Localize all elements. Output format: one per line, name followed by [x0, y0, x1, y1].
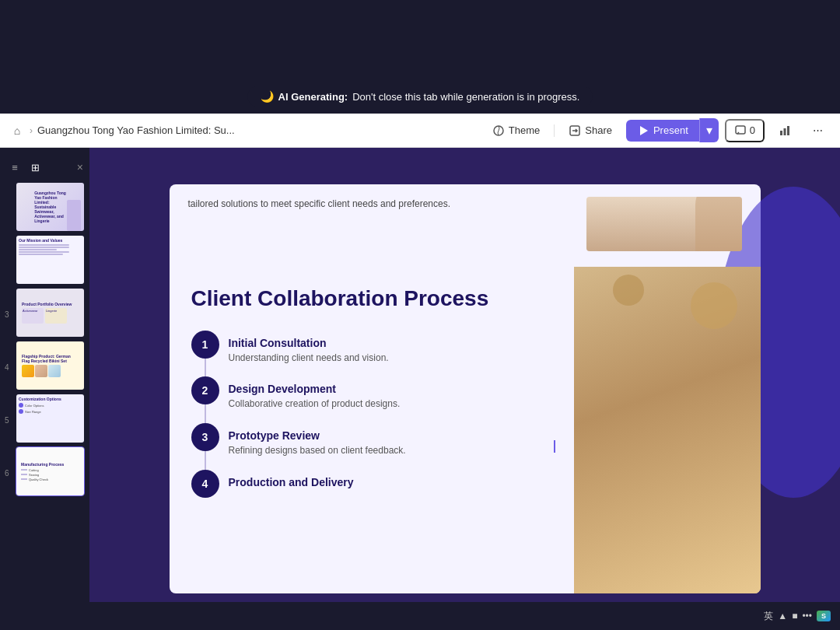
taskbar-icon[interactable]: ▲ [778, 611, 787, 621]
comment-icon [734, 124, 747, 137]
slide-number: 3 [5, 288, 16, 338]
taskbar-icon[interactable]: ■ [792, 611, 797, 621]
ai-generating-banner: 🌙 AI Generating: Don't close this tab wh… [248, 86, 593, 107]
present-group: Present ▾ [626, 118, 719, 142]
process-connector [205, 359, 206, 377]
top-dark-area: ⌂ › Guangzhou Tong Yao Fashion Limited: … [0, 0, 840, 148]
process-step: 4 Production and Delivery [191, 470, 558, 503]
sidebar-header: ≡ ⊞ × [0, 154, 89, 182]
slide-main: Client Collaboration Process 1 Initial C… [170, 267, 761, 593]
breadcrumb-text: Guangzhou Tong Yao Fashion Limited: Su..… [37, 124, 235, 136]
process-number: 1 [191, 331, 219, 359]
play-icon [637, 124, 649, 137]
slide-number [5, 235, 16, 285]
image-decoration [695, 197, 742, 251]
more-button[interactable]: ⋯ [805, 121, 831, 140]
process-step: 3 Prototype Review Refining designs base… [191, 423, 558, 470]
theme-button[interactable]: Theme [485, 121, 548, 141]
slide-wrapper: tailored solutions to meet specific clie… [170, 184, 761, 593]
svg-rect-5 [784, 128, 786, 135]
slide-thumbnail[interactable]: Our Mission and Values [16, 235, 85, 285]
process-content: Prototype Review Refining designs based … [229, 423, 558, 470]
slide-number: 5 [5, 394, 16, 443]
svg-rect-3 [736, 126, 745, 134]
decor-circle [691, 282, 737, 329]
moon-icon: 🌙 [261, 90, 274, 103]
slide-item[interactable]: 4 Flagship Product: German Flag Recycled… [0, 341, 89, 390]
slide-item[interactable]: 5 Customization Options Color Options Si… [0, 394, 89, 443]
process-connector [205, 404, 206, 423]
breadcrumb-separator: › [30, 125, 33, 136]
sidebar-list-view[interactable]: ≡ [6, 159, 23, 176]
process-step-desc: Refining designs based on client feedbac… [229, 444, 558, 457]
theme-label: Theme [509, 124, 540, 136]
process-number: 3 [191, 423, 219, 451]
comments-button[interactable]: 0 [725, 119, 765, 142]
process-number: 2 [191, 376, 219, 404]
share-icon [569, 124, 581, 137]
sidebar-close-button[interactable]: × [77, 161, 83, 173]
slide-thumbnail-active[interactable]: Manufacturing Process Cutting Sewing Qua… [16, 446, 85, 496]
main-area: ≡ ⊞ × Guangzhou TongYao FashionLimited:S… [0, 148, 840, 630]
taskbar-icon[interactable]: ••• [802, 611, 812, 621]
slide-left-content: Client Collaboration Process 1 Initial C… [170, 267, 574, 593]
ai-generating-desc: Don't close this tab while generation is… [352, 91, 579, 103]
slides-sidebar: ≡ ⊞ × Guangzhou TongYao FashionLimited:S… [0, 148, 89, 630]
process-step-title: Initial Consultation [229, 337, 558, 349]
present-label: Present [653, 124, 688, 136]
theme-icon [492, 124, 505, 137]
process-number-col: 1 [191, 331, 219, 377]
decor-circle [613, 275, 644, 306]
toolbar-left: ⌂ › Guangzhou Tong Yao Fashion Limited: … [9, 123, 478, 138]
slide-number: 6 [5, 446, 16, 496]
taskbar-icon[interactable]: S [817, 611, 831, 621]
content-area: tailored solutions to meet specific clie… [89, 148, 840, 630]
process-content: Production and Delivery [229, 470, 558, 503]
taskbar-lang[interactable]: 英 [764, 610, 773, 623]
slide-thumbnail[interactable]: Guangzhou TongYao FashionLimited:Sustain… [16, 182, 85, 232]
taskbar: 英 ▲ ■ ••• S [89, 602, 840, 630]
toolbar-right: Theme Share Present ▾ [485, 118, 831, 142]
slide-thumbnail[interactable]: Product Portfolio Overview Activewear Li… [16, 288, 85, 338]
slide-right-image [574, 267, 761, 593]
present-button[interactable]: Present [626, 120, 699, 142]
slide-item[interactable]: Our Mission and Values [0, 235, 89, 285]
share-label: Share [585, 124, 612, 136]
text-cursor [554, 440, 555, 453]
process-content: Design Development Collaborative creatio… [229, 376, 558, 423]
slide-canvas: tailored solutions to meet specific clie… [89, 148, 840, 630]
sidebar-view-toggle: ≡ ⊞ [6, 159, 44, 176]
toolbar: ⌂ › Guangzhou Tong Yao Fashion Limited: … [0, 114, 840, 148]
more-icon: ⋯ [813, 124, 823, 136]
process-list: 1 Initial Consultation Understanding cli… [191, 331, 558, 503]
analytics-button[interactable] [771, 121, 799, 141]
process-number-col: 3 [191, 423, 219, 470]
comment-count: 0 [750, 124, 755, 136]
slide-title: Client Collaboration Process [191, 285, 558, 312]
slide-number [5, 182, 16, 232]
slide-thumbnail[interactable]: Flagship Product: German Flag Recycled B… [16, 341, 85, 390]
slide-item[interactable]: Guangzhou TongYao FashionLimited:Sustain… [0, 182, 89, 232]
process-number: 4 [191, 470, 219, 498]
ai-generating-label: AI Generating: [278, 91, 348, 103]
svg-marker-2 [640, 126, 648, 135]
svg-rect-4 [780, 131, 782, 135]
taskbar-lang-text: 英 [764, 610, 773, 623]
thumb-lines [19, 244, 82, 255]
present-dropdown-button[interactable]: ▾ [699, 118, 719, 142]
process-step-desc: Understanding client needs and vision. [229, 352, 558, 365]
svg-rect-6 [787, 126, 789, 135]
analytics-icon [779, 124, 791, 137]
process-step: 1 Initial Consultation Understanding cli… [191, 331, 558, 377]
slide-item[interactable]: 6 Manufacturing Process Cutting Sewing Q… [0, 446, 89, 496]
process-number-col: 2 [191, 376, 219, 423]
slide-top-description: tailored solutions to meet specific clie… [188, 197, 574, 211]
thumb-title: Guangzhou TongYao FashionLimited:Sustain… [34, 191, 66, 223]
slide-thumbnail[interactable]: Customization Options Color Options Size… [16, 394, 85, 443]
thumb-title: Our Mission and Values [19, 238, 82, 243]
slide-item[interactable]: 3 Product Portfolio Overview Activewear … [0, 288, 89, 338]
share-button[interactable]: Share [561, 121, 620, 141]
thumb-figure [67, 200, 81, 231]
sidebar-grid-view[interactable]: ⊞ [26, 159, 44, 176]
home-button[interactable]: ⌂ [9, 123, 25, 138]
